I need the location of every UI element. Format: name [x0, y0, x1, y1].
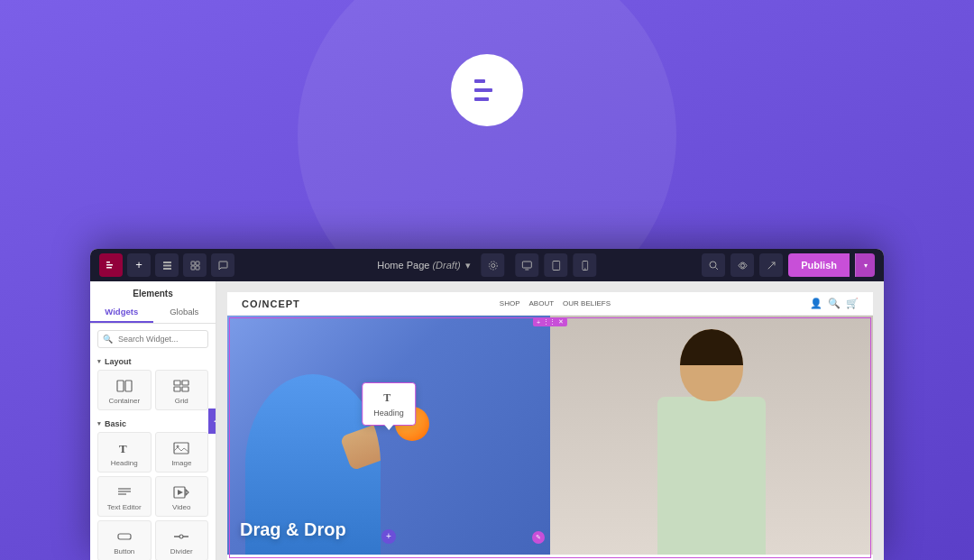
svg-rect-7: [163, 264, 171, 266]
button-widget[interactable]: Button: [97, 520, 152, 560]
svg-rect-38: [118, 534, 131, 539]
person-figure: [630, 320, 793, 555]
svg-marker-36: [186, 490, 188, 495]
person-head: [680, 329, 743, 401]
svg-point-40: [179, 535, 183, 538]
mobile-view-button[interactable]: [574, 253, 597, 277]
grid-widget[interactable]: Grid: [155, 370, 209, 410]
topbar-center: Home Page (Draft) ▾: [377, 253, 596, 277]
preview-button[interactable]: [730, 253, 754, 277]
drag-drop-text: Drag & Drop: [240, 519, 346, 540]
pencil-icon: ✎: [536, 534, 541, 541]
settings-button[interactable]: [482, 253, 505, 277]
tab-globals[interactable]: Globals: [153, 302, 216, 323]
svg-point-20: [710, 262, 716, 268]
svg-text:T: T: [383, 391, 391, 403]
svg-rect-4: [106, 264, 113, 266]
topbar: +: [90, 249, 884, 281]
svg-text:T: T: [119, 442, 127, 455]
svg-rect-9: [191, 262, 195, 265]
left-content: Drag & Drop T Heading: [227, 316, 550, 555]
canvas-inner: + ⋮⋮ ✕ CO/NCEPT SHOP ABOUT OUR BELIEFS 👤: [227, 292, 873, 560]
svg-rect-10: [196, 262, 199, 265]
layers-button[interactable]: [155, 253, 179, 277]
svg-rect-24: [125, 381, 132, 391]
site-logo: CO/NCEPT: [242, 298, 300, 309]
divider-icon: [173, 528, 189, 545]
right-content: [550, 316, 873, 555]
elementor-menu-button[interactable]: [99, 253, 123, 277]
nav-item-about[interactable]: ABOUT: [529, 299, 555, 308]
video-widget[interactable]: Video: [155, 476, 209, 517]
heading-tooltip-label: Heading: [373, 409, 404, 418]
add-element-topbar-button[interactable]: +: [127, 253, 151, 277]
add-element-button[interactable]: +: [381, 529, 396, 544]
heading-widget[interactable]: T Heading: [97, 432, 152, 473]
svg-rect-6: [163, 262, 171, 263]
edit-pencil-button[interactable]: ✎: [532, 531, 545, 544]
svg-point-22: [740, 263, 744, 267]
topbar-right: Publish ▾: [702, 253, 875, 277]
image-icon: [173, 440, 189, 456]
svg-rect-17: [553, 261, 560, 270]
collapse-icon-basic: ▾: [97, 420, 101, 427]
tab-widgets[interactable]: Widgets: [90, 302, 153, 323]
search-box: 🔍: [97, 329, 208, 348]
image-widget[interactable]: Image: [155, 432, 209, 473]
main-area: Elements Widgets Globals 🔍 ▾ Layout: [90, 281, 884, 560]
svg-rect-27: [174, 387, 180, 391]
editor-window: +: [90, 249, 884, 560]
person-hair: [680, 329, 743, 365]
canvas-area: + ⋮⋮ ✕ CO/NCEPT SHOP ABOUT OUR BELIEFS 👤: [216, 281, 884, 560]
page-title: Home Page (Draft) ▾: [377, 260, 470, 271]
tablet-view-button[interactable]: [545, 253, 568, 277]
search-icon: 🔍: [103, 335, 113, 344]
panel-collapse-arrow[interactable]: ◀: [208, 409, 216, 434]
svg-rect-23: [117, 381, 124, 391]
chevron-down-icon: ▾: [864, 262, 868, 270]
svg-rect-5: [106, 267, 112, 269]
svg-marker-37: [178, 490, 183, 495]
svg-rect-1: [474, 88, 492, 92]
svg-rect-2: [474, 97, 489, 101]
divider-widget[interactable]: Divider: [155, 520, 209, 560]
svg-rect-3: [106, 262, 110, 263]
panel-title: Elements: [90, 281, 216, 302]
site-menu: SHOP ABOUT OUR BELIEFS: [500, 299, 611, 308]
nav-item-our-beliefs[interactable]: OUR BELIEFS: [563, 299, 611, 308]
video-icon: [173, 484, 189, 500]
comments-button[interactable]: [211, 253, 234, 277]
heading-tooltip-icon: T: [382, 390, 395, 406]
heading-icon: T: [116, 440, 133, 456]
svg-rect-25: [174, 381, 180, 385]
button-icon: [116, 528, 133, 545]
layout-section-header: ▾ Layout: [90, 353, 216, 370]
navigator-button[interactable]: [183, 253, 207, 277]
user-icon: 👤: [810, 298, 822, 309]
panel-tabs: Widgets Globals: [90, 302, 216, 324]
container-icon: [116, 378, 133, 394]
desktop-view-button[interactable]: [516, 253, 539, 277]
device-icons: [516, 253, 597, 277]
elementor-logo: [451, 54, 523, 126]
publish-button[interactable]: Publish: [788, 253, 850, 277]
publish-dropdown-button[interactable]: ▾: [855, 253, 875, 277]
basic-widgets: T Heading Image: [90, 432, 216, 560]
text-editor-widget[interactable]: Text Editor: [97, 476, 152, 517]
svg-line-21: [715, 267, 718, 270]
nav-item-shop[interactable]: SHOP: [500, 299, 520, 308]
search-input[interactable]: [97, 330, 208, 348]
exit-button[interactable]: [759, 253, 783, 277]
svg-rect-8: [163, 268, 171, 270]
svg-rect-11: [191, 266, 195, 270]
hand: [340, 422, 381, 472]
grid-icon: [173, 378, 189, 394]
content-grid: Drag & Drop T Heading: [227, 316, 873, 555]
heading-tooltip: T Heading: [362, 382, 416, 426]
basic-section-header: ▾ Basic: [90, 416, 216, 432]
layout-widgets: Container Grid: [90, 370, 216, 416]
container-widget[interactable]: Container: [97, 370, 152, 410]
search-topbar-button[interactable]: [702, 253, 725, 277]
svg-rect-12: [196, 266, 199, 270]
left-panel: Elements Widgets Globals 🔍 ▾ Layout: [90, 281, 216, 560]
